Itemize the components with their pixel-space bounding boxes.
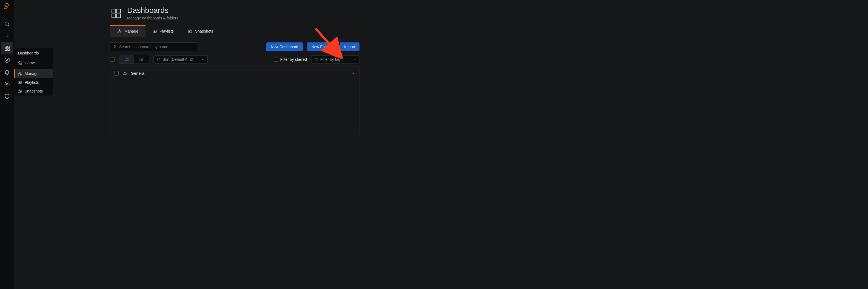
view-folders-button[interactable] — [119, 55, 134, 64]
view-toggle — [119, 55, 149, 64]
empty-area — [111, 80, 359, 135]
starred-label: Filter by starred — [280, 57, 307, 62]
svg-marker-27 — [154, 31, 155, 32]
home-icon — [18, 61, 22, 65]
flyout-item-label: Snapshots — [25, 89, 43, 93]
rail-create[interactable] — [1, 30, 13, 42]
flyout-title[interactable]: Dashboards — [14, 48, 53, 59]
svg-rect-7 — [5, 49, 7, 50]
camera-icon — [18, 89, 22, 93]
tag-icon — [314, 58, 318, 61]
svg-rect-25 — [120, 32, 121, 33]
page-subtitle: Manage dashboards & folders — [127, 16, 178, 20]
svg-point-11 — [6, 83, 8, 85]
sidebar-flyout: Dashboards Home Manage Playlists Snapsho… — [14, 48, 53, 96]
plus-icon — [4, 33, 10, 39]
grafana-logo[interactable] — [1, 0, 13, 12]
search-input[interactable] — [119, 45, 194, 49]
rail-configuration[interactable] — [1, 78, 13, 90]
filter-starred[interactable]: Filter by starred — [274, 57, 307, 62]
svg-marker-10 — [6, 60, 8, 61]
new-folder-button[interactable]: New Folder — [307, 42, 336, 51]
svg-point-30 — [114, 45, 116, 47]
flyout-home[interactable]: Home — [14, 59, 53, 67]
svg-point-29 — [189, 31, 191, 32]
svg-rect-13 — [18, 74, 19, 75]
folder-icon — [122, 71, 127, 76]
sort-label: Sort (Default A–Z) — [162, 57, 193, 62]
rail-search[interactable] — [1, 18, 13, 30]
rail-admin[interactable] — [1, 90, 13, 102]
view-list-button[interactable] — [134, 55, 149, 64]
tag-label: Filter by tag — [320, 57, 340, 62]
search-icon — [4, 21, 10, 27]
svg-rect-14 — [21, 74, 21, 75]
svg-line-2 — [8, 25, 9, 26]
folder-icon — [124, 57, 129, 62]
tab-label: Manage — [124, 29, 138, 33]
chevron-down-icon — [352, 58, 356, 61]
sitemap-icon — [117, 29, 122, 33]
camera-icon — [188, 29, 192, 33]
tabs: Manage Playlists Snapshots — [110, 25, 360, 37]
folder-list: General — [110, 67, 360, 135]
list-icon — [139, 57, 144, 62]
svg-rect-5 — [5, 46, 7, 48]
rail-dashboards[interactable] — [1, 42, 13, 54]
tab-playlists[interactable]: Playlists — [146, 25, 181, 37]
playlist-icon — [18, 80, 22, 84]
svg-rect-8 — [8, 49, 9, 50]
row-checkbox[interactable] — [114, 71, 119, 76]
rail-explore[interactable] — [1, 54, 13, 66]
playlist-icon — [153, 29, 157, 33]
svg-rect-6 — [8, 46, 9, 48]
flyout-manage[interactable]: Manage — [14, 69, 53, 78]
sort-dropdown[interactable]: Sort (Default A–Z) — [153, 55, 208, 64]
svg-marker-16 — [20, 82, 21, 83]
new-dashboard-button[interactable]: New Dashboard — [266, 42, 303, 51]
svg-point-9 — [5, 58, 9, 63]
search-icon — [113, 45, 117, 49]
select-all-checkbox[interactable] — [110, 57, 115, 62]
sitemap-icon — [18, 71, 22, 76]
svg-rect-21 — [112, 14, 116, 18]
folder-row[interactable]: General — [111, 67, 359, 80]
tab-manage[interactable]: Manage — [110, 25, 146, 37]
apps-icon — [4, 45, 10, 51]
flyout-item-label: Manage — [25, 71, 39, 76]
flyout-playlists[interactable]: Playlists — [14, 78, 53, 87]
import-button[interactable]: Import — [340, 42, 360, 51]
flyout-divider — [14, 68, 53, 68]
tab-snapshots[interactable]: Snapshots — [181, 25, 220, 37]
svg-rect-22 — [117, 14, 121, 18]
bell-icon — [4, 69, 10, 75]
row-label: General — [131, 71, 347, 76]
svg-point-36 — [140, 59, 140, 60]
svg-point-35 — [140, 58, 140, 58]
rail-alerting[interactable] — [1, 66, 13, 78]
compass-icon — [4, 57, 10, 63]
search-box[interactable] — [110, 42, 197, 51]
flyout-snapshots[interactable]: Snapshots — [14, 87, 53, 96]
svg-point-18 — [19, 91, 20, 92]
svg-rect-20 — [117, 9, 121, 13]
page-title: Dashboards — [127, 7, 178, 14]
svg-point-37 — [140, 60, 140, 61]
tag-filter[interactable]: Filter by tag — [311, 55, 360, 64]
svg-point-1 — [5, 22, 8, 26]
page-icon — [110, 7, 122, 20]
page-header: Dashboards Manage dashboards & folders — [110, 7, 360, 20]
svg-rect-23 — [119, 30, 120, 30]
tab-label: Playlists — [160, 29, 174, 33]
toolbar: New Dashboard New Folder Import — [110, 42, 360, 51]
svg-rect-19 — [112, 9, 116, 13]
starred-checkbox[interactable] — [274, 57, 278, 62]
svg-rect-24 — [118, 32, 119, 33]
svg-point-38 — [315, 59, 316, 59]
cog-icon — [4, 81, 10, 87]
flyout-item-label: Home — [25, 61, 35, 65]
chevron-right-icon — [351, 71, 355, 76]
sidebar-rail — [0, 0, 14, 289]
svg-line-31 — [115, 47, 116, 48]
apps-icon — [111, 8, 122, 19]
